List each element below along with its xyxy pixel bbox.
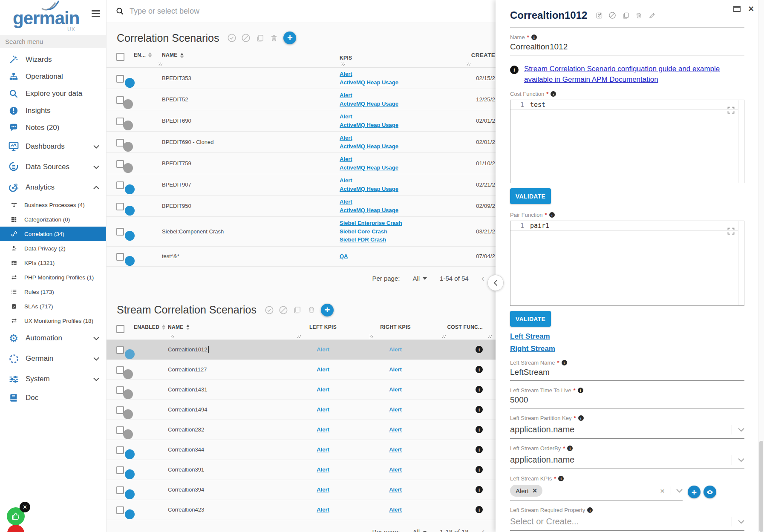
info-icon[interactable]: i (567, 446, 573, 451)
kpi-link[interactable]: QA (340, 252, 467, 261)
cost-function-info-icon[interactable]: i (476, 366, 483, 373)
remove-chip-icon[interactable]: × (533, 487, 537, 495)
validate-pair-button[interactable]: VALIDATE (510, 311, 551, 327)
sidebar-item-notes[interactable]: Notes (20) (0, 119, 106, 136)
chevron-down-icon[interactable] (676, 489, 683, 493)
sidebar-item-ux-monitoring[interactable]: UX Monitoring Profiles (18) (0, 313, 106, 328)
cost-function-info-icon[interactable]: i (476, 506, 483, 513)
left-kpi-link[interactable]: Alert (317, 406, 329, 413)
code-text[interactable]: pair1 (530, 222, 549, 230)
disable-ban-icon[interactable] (279, 305, 288, 315)
column-resize-grip[interactable] (170, 335, 174, 338)
left-kpi-link[interactable]: Alert (317, 386, 329, 393)
right-kpi-link[interactable]: Alert (389, 406, 402, 413)
column-header-created[interactable]: CREATE (467, 52, 496, 58)
scrollbar-thumb[interactable] (759, 441, 763, 532)
kpi-link[interactable]: Siebel FDR Crash (340, 236, 467, 244)
collapse-panel-button[interactable] (487, 275, 504, 291)
name-field-value[interactable]: Correaltion1012 (510, 40, 744, 55)
column-resize-grip[interactable] (467, 63, 470, 66)
kpi-link[interactable]: ActiveMQ Heap Usage (340, 164, 467, 172)
row-checkbox[interactable] (116, 96, 124, 104)
close-panel-icon[interactable]: × (748, 4, 754, 14)
right-kpi-link[interactable]: Alert (389, 386, 402, 393)
correlation-table-row[interactable]: Siebel:Component Crash Siebel Enterprise… (107, 217, 496, 247)
row-checkbox[interactable] (116, 446, 124, 454)
column-resize-grip[interactable] (488, 335, 492, 338)
kpi-link[interactable]: Alert (340, 70, 467, 78)
row-checkbox[interactable] (116, 386, 124, 394)
right-kpi-link[interactable]: Alert (389, 506, 402, 513)
kpi-link[interactable]: ActiveMQ Heap Usage (340, 78, 467, 87)
kpi-link[interactable]: Siebel Enterprise Crash (340, 219, 467, 227)
kpis-multiselect[interactable]: Alert× × (510, 483, 683, 500)
view-kpi-button[interactable] (703, 486, 716, 498)
left-stream-orderby-select[interactable]: application.name (510, 452, 744, 469)
chevron-down-icon[interactable] (738, 428, 744, 432)
maximize-panel-icon[interactable] (733, 6, 741, 12)
right-kpi-link[interactable]: Alert (389, 346, 402, 353)
duplicate-icon[interactable] (255, 33, 265, 43)
column-header-right-kpis[interactable]: RIGHT KPIS (359, 324, 432, 330)
info-icon[interactable]: i (549, 212, 555, 218)
chevron-down-icon[interactable] (738, 458, 744, 462)
column-header-name[interactable]: NAME (162, 52, 340, 58)
stream-table-row[interactable]: Correaltion1494 Alert Alert i (107, 400, 496, 420)
documentation-link[interactable]: Stream Correlation Scenario configuation… (524, 64, 729, 85)
kpi-link[interactable]: Alert (340, 155, 467, 164)
sidebar-item-wizards[interactable]: Wizards (0, 51, 106, 68)
sidebar-search-input[interactable] (0, 35, 106, 48)
editor-scrollbar[interactable] (738, 221, 738, 305)
column-header-cost-function[interactable]: COST FUNC... (432, 324, 496, 330)
row-checkbox[interactable] (116, 118, 124, 125)
sidebar-item-data-sources[interactable]: Data Sources (0, 157, 106, 177)
left-stream-link[interactable]: Left Stream (510, 332, 550, 341)
correlation-table-row[interactable]: test^&* QA 07/04/2 (107, 247, 496, 267)
cost-function-editor[interactable]: 1test (510, 100, 744, 183)
expand-editor-icon[interactable] (727, 106, 735, 115)
edit-pencil-icon[interactable] (648, 12, 656, 19)
right-kpi-link[interactable]: Alert (389, 486, 402, 493)
info-icon[interactable]: i (531, 35, 537, 40)
info-icon[interactable]: i (551, 91, 556, 97)
hamburger-menu-icon[interactable] (92, 10, 100, 17)
correlation-table-row[interactable]: BPEDIT950 AlertActiveMQ Heap Usage 02/09… (107, 196, 496, 217)
row-checkbox[interactable] (116, 406, 124, 414)
kpi-link[interactable]: ActiveMQ Heap Usage (340, 121, 467, 129)
add-kpi-button[interactable]: + (688, 486, 701, 498)
sidebar-item-kpis[interactable]: KPIs (1321) (0, 256, 106, 270)
kpi-link[interactable]: Alert (340, 134, 467, 142)
column-header-kpis[interactable]: KPIS (340, 52, 467, 64)
select-value[interactable]: application.name (510, 425, 732, 434)
prev-page-icon[interactable]: ‹ (481, 527, 484, 532)
left-stream-required-property-select[interactable]: Select or Create... (510, 514, 744, 531)
stream-table-row[interactable]: Correaltion391 Alert Alert i (107, 460, 496, 480)
sidebar-item-insights[interactable]: Insights (0, 102, 106, 119)
row-checkbox[interactable] (116, 160, 124, 168)
column-header-enabled[interactable]: EN... (134, 52, 162, 58)
column-header-name[interactable]: NAME (168, 324, 287, 330)
kpi-link[interactable]: ActiveMQ Heap Usage (340, 185, 467, 193)
cost-function-info-icon[interactable]: i (476, 406, 483, 413)
sidebar-item-doc[interactable]: Doc (0, 389, 106, 406)
add-scenario-button[interactable]: + (283, 32, 296, 44)
per-page-select[interactable]: All (412, 528, 427, 532)
stream-table-row[interactable]: Correaltion1012 Alert Alert i (107, 340, 496, 360)
sidebar-item-system[interactable]: System (0, 369, 106, 389)
right-stream-link[interactable]: Right Stream (510, 345, 555, 353)
row-checkbox[interactable] (116, 181, 124, 189)
row-checkbox[interactable] (116, 426, 124, 434)
validate-cost-button[interactable]: VALIDATE (510, 188, 551, 204)
left-kpi-link[interactable]: Alert (317, 466, 329, 473)
column-resize-grip[interactable] (341, 63, 345, 66)
column-header-enabled[interactable]: ENABLED (134, 324, 168, 330)
sidebar-item-analytics[interactable]: Analytics (0, 177, 106, 198)
sidebar-item-php-monitoring[interactable]: PHP Monitoring Profiles (1) (0, 270, 106, 285)
sidebar-item-germain[interactable]: Germain (0, 348, 106, 369)
left-kpi-link[interactable]: Alert (317, 366, 329, 373)
left-kpi-link[interactable]: Alert (317, 346, 329, 353)
row-checkbox[interactable] (116, 203, 124, 210)
kpi-link[interactable]: Alert (340, 198, 467, 206)
row-checkbox[interactable] (116, 506, 124, 514)
cost-function-info-icon[interactable]: i (476, 446, 483, 453)
